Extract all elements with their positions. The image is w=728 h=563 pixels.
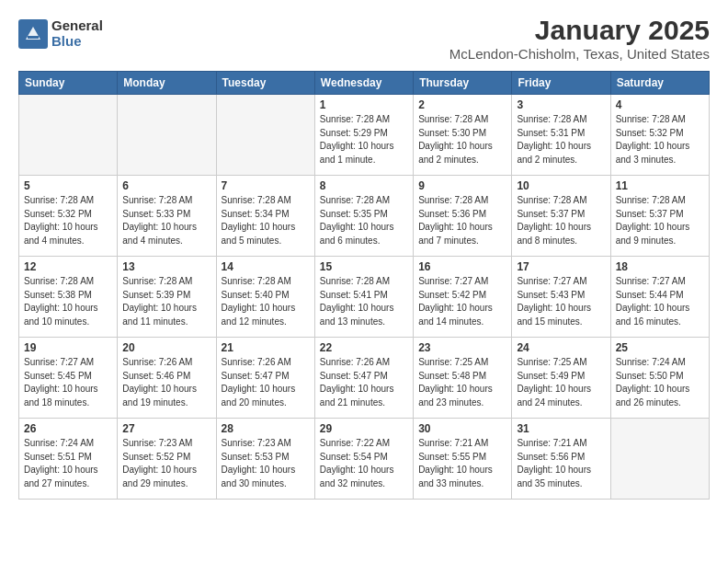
day-number: 22 — [320, 341, 408, 354]
day-number: 1 — [320, 98, 408, 111]
day-info: Sunrise: 7:25 AMSunset: 5:48 PMDaylight:… — [418, 356, 506, 409]
day-number: 4 — [616, 98, 704, 111]
day-info: Sunrise: 7:27 AMSunset: 5:45 PMDaylight:… — [24, 356, 112, 409]
calendar-day: 31Sunrise: 7:21 AMSunset: 5:56 PMDayligh… — [512, 419, 610, 500]
logo-icon — [18, 19, 48, 49]
calendar-week-4: 26Sunrise: 7:24 AMSunset: 5:51 PMDayligh… — [19, 419, 710, 500]
day-number: 24 — [517, 341, 605, 354]
calendar-day: 9Sunrise: 7:28 AMSunset: 5:36 PMDaylight… — [414, 176, 512, 257]
day-number: 5 — [24, 179, 112, 192]
day-number: 31 — [517, 422, 605, 435]
calendar-day — [610, 419, 709, 500]
calendar-day: 2Sunrise: 7:28 AMSunset: 5:30 PMDaylight… — [414, 95, 512, 176]
header: General Blue January 2025 McLendon-Chish… — [18, 15, 710, 62]
calendar-day: 23Sunrise: 7:25 AMSunset: 5:48 PMDayligh… — [414, 338, 512, 419]
col-header-tuesday: Tuesday — [216, 72, 314, 95]
day-number: 10 — [517, 179, 605, 192]
day-number: 27 — [122, 422, 210, 435]
location: McLendon-Chisholm, Texas, United States — [449, 46, 710, 62]
day-number: 14 — [222, 260, 310, 273]
calendar-week-1: 5Sunrise: 7:28 AMSunset: 5:32 PMDaylight… — [19, 176, 710, 257]
logo: General Blue — [18, 18, 103, 49]
day-info: Sunrise: 7:28 AMSunset: 5:38 PMDaylight:… — [24, 275, 112, 328]
day-number: 13 — [122, 260, 210, 273]
calendar-day: 19Sunrise: 7:27 AMSunset: 5:45 PMDayligh… — [19, 338, 118, 419]
col-header-thursday: Thursday — [414, 72, 512, 95]
day-number: 21 — [222, 341, 310, 354]
day-number: 15 — [320, 260, 408, 273]
calendar-day: 29Sunrise: 7:22 AMSunset: 5:54 PMDayligh… — [314, 419, 413, 500]
calendar-day: 27Sunrise: 7:23 AMSunset: 5:52 PMDayligh… — [118, 419, 216, 500]
calendar-day: 3Sunrise: 7:28 AMSunset: 5:31 PMDaylight… — [512, 95, 610, 176]
day-number: 6 — [122, 179, 210, 192]
col-header-friday: Friday — [512, 72, 610, 95]
day-info: Sunrise: 7:28 AMSunset: 5:30 PMDaylight:… — [418, 113, 506, 167]
calendar-table: SundayMondayTuesdayWednesdayThursdayFrid… — [18, 71, 710, 500]
day-info: Sunrise: 7:21 AMSunset: 5:55 PMDaylight:… — [418, 437, 506, 490]
day-info: Sunrise: 7:27 AMSunset: 5:44 PMDaylight:… — [616, 275, 704, 328]
calendar-day: 17Sunrise: 7:27 AMSunset: 5:43 PMDayligh… — [512, 257, 610, 338]
calendar-day: 22Sunrise: 7:26 AMSunset: 5:47 PMDayligh… — [314, 338, 413, 419]
calendar-day: 21Sunrise: 7:26 AMSunset: 5:47 PMDayligh… — [216, 338, 314, 419]
calendar-week-2: 12Sunrise: 7:28 AMSunset: 5:38 PMDayligh… — [19, 257, 710, 338]
day-number: 23 — [418, 341, 506, 354]
calendar-day: 14Sunrise: 7:28 AMSunset: 5:40 PMDayligh… — [216, 257, 314, 338]
day-info: Sunrise: 7:28 AMSunset: 5:37 PMDaylight:… — [517, 194, 605, 247]
day-info: Sunrise: 7:28 AMSunset: 5:40 PMDaylight:… — [222, 275, 310, 328]
calendar-day: 15Sunrise: 7:28 AMSunset: 5:41 PMDayligh… — [314, 257, 413, 338]
day-info: Sunrise: 7:28 AMSunset: 5:29 PMDaylight:… — [320, 113, 408, 167]
day-number: 3 — [517, 98, 605, 111]
col-header-wednesday: Wednesday — [314, 72, 413, 95]
calendar-week-0: 1Sunrise: 7:28 AMSunset: 5:29 PMDaylight… — [19, 95, 710, 176]
calendar-day: 13Sunrise: 7:28 AMSunset: 5:39 PMDayligh… — [118, 257, 216, 338]
day-info: Sunrise: 7:26 AMSunset: 5:46 PMDaylight:… — [122, 356, 210, 409]
day-info: Sunrise: 7:24 AMSunset: 5:51 PMDaylight:… — [24, 437, 112, 490]
calendar-day: 30Sunrise: 7:21 AMSunset: 5:55 PMDayligh… — [414, 419, 512, 500]
day-number: 2 — [418, 98, 506, 111]
day-info: Sunrise: 7:22 AMSunset: 5:54 PMDaylight:… — [320, 437, 408, 490]
day-number: 8 — [320, 179, 408, 192]
day-info: Sunrise: 7:27 AMSunset: 5:43 PMDaylight:… — [517, 275, 605, 328]
day-info: Sunrise: 7:21 AMSunset: 5:56 PMDaylight:… — [517, 437, 605, 490]
day-number: 30 — [418, 422, 506, 435]
calendar-day: 16Sunrise: 7:27 AMSunset: 5:42 PMDayligh… — [414, 257, 512, 338]
day-info: Sunrise: 7:28 AMSunset: 5:41 PMDaylight:… — [320, 275, 408, 328]
day-info: Sunrise: 7:28 AMSunset: 5:35 PMDaylight:… — [320, 194, 408, 247]
day-info: Sunrise: 7:26 AMSunset: 5:47 PMDaylight:… — [222, 356, 310, 409]
day-number: 25 — [616, 341, 704, 354]
day-info: Sunrise: 7:25 AMSunset: 5:49 PMDaylight:… — [517, 356, 605, 409]
calendar-day: 18Sunrise: 7:27 AMSunset: 5:44 PMDayligh… — [610, 257, 709, 338]
calendar-day: 8Sunrise: 7:28 AMSunset: 5:35 PMDaylight… — [314, 176, 413, 257]
calendar-header-row: SundayMondayTuesdayWednesdayThursdayFrid… — [19, 72, 710, 95]
calendar-day — [19, 95, 118, 176]
day-number: 12 — [24, 260, 112, 273]
day-number: 7 — [222, 179, 310, 192]
calendar-day — [118, 95, 216, 176]
calendar-day: 1Sunrise: 7:28 AMSunset: 5:29 PMDaylight… — [314, 95, 413, 176]
day-number: 20 — [122, 341, 210, 354]
calendar-day: 7Sunrise: 7:28 AMSunset: 5:34 PMDaylight… — [216, 176, 314, 257]
day-number: 26 — [24, 422, 112, 435]
day-info: Sunrise: 7:28 AMSunset: 5:32 PMDaylight:… — [24, 194, 112, 247]
calendar-day: 5Sunrise: 7:28 AMSunset: 5:32 PMDaylight… — [19, 176, 118, 257]
logo-blue-text: Blue — [51, 34, 103, 50]
calendar-day: 10Sunrise: 7:28 AMSunset: 5:37 PMDayligh… — [512, 176, 610, 257]
calendar-day: 24Sunrise: 7:25 AMSunset: 5:49 PMDayligh… — [512, 338, 610, 419]
day-number: 9 — [418, 179, 506, 192]
svg-rect-2 — [28, 36, 39, 39]
calendar-day: 28Sunrise: 7:23 AMSunset: 5:53 PMDayligh… — [216, 419, 314, 500]
day-number: 18 — [616, 260, 704, 273]
page-container: General Blue January 2025 McLendon-Chish… — [0, 0, 728, 518]
day-info: Sunrise: 7:28 AMSunset: 5:31 PMDaylight:… — [517, 113, 605, 167]
col-header-sunday: Sunday — [19, 72, 118, 95]
day-number: 29 — [320, 422, 408, 435]
month-title: January 2025 — [449, 15, 710, 46]
day-info: Sunrise: 7:28 AMSunset: 5:37 PMDaylight:… — [616, 194, 704, 247]
calendar-day: 20Sunrise: 7:26 AMSunset: 5:46 PMDayligh… — [118, 338, 216, 419]
col-header-monday: Monday — [118, 72, 216, 95]
day-info: Sunrise: 7:28 AMSunset: 5:39 PMDaylight:… — [122, 275, 210, 328]
calendar-day: 25Sunrise: 7:24 AMSunset: 5:50 PMDayligh… — [610, 338, 709, 419]
day-info: Sunrise: 7:27 AMSunset: 5:42 PMDaylight:… — [418, 275, 506, 328]
day-info: Sunrise: 7:28 AMSunset: 5:33 PMDaylight:… — [122, 194, 210, 247]
logo-text: General Blue — [51, 18, 103, 49]
